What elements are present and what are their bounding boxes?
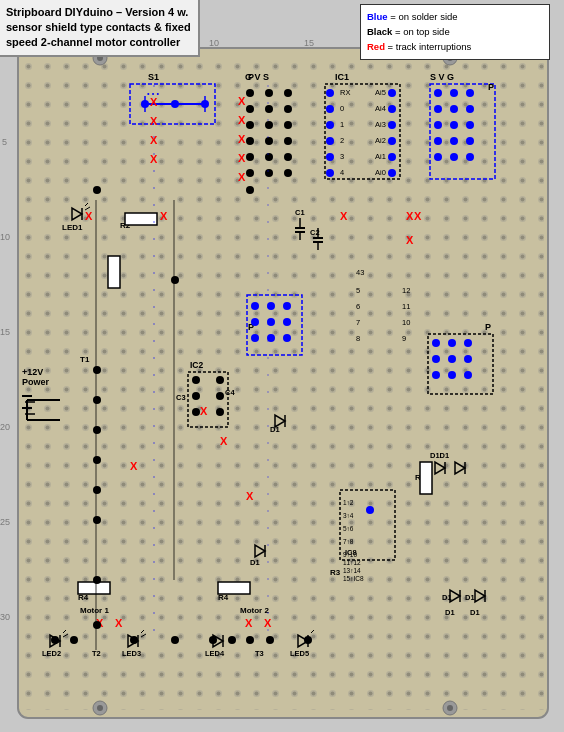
svg-point-224 xyxy=(283,302,291,310)
svg-point-235 xyxy=(93,426,101,434)
svg-text:LED4: LED4 xyxy=(205,649,225,658)
svg-text:X: X xyxy=(150,153,158,165)
svg-text:7: 7 xyxy=(356,318,360,327)
svg-text:Motor 2: Motor 2 xyxy=(240,606,269,615)
svg-point-226 xyxy=(267,318,275,326)
svg-point-222 xyxy=(251,302,259,310)
svg-point-247 xyxy=(130,636,138,644)
svg-text:11↑12: 11↑12 xyxy=(343,559,361,566)
svg-point-67 xyxy=(466,153,474,161)
svg-text:10: 10 xyxy=(209,38,219,48)
svg-text:1↑2: 1↑2 xyxy=(343,499,354,506)
legend-black-label: Black xyxy=(367,26,392,37)
svg-point-77 xyxy=(284,121,292,129)
svg-text:8: 8 xyxy=(356,334,360,343)
legend-black-desc: = on top side xyxy=(395,26,450,37)
svg-rect-106 xyxy=(108,256,120,288)
svg-text:X: X xyxy=(220,435,228,447)
svg-point-49 xyxy=(388,169,396,177)
svg-point-246 xyxy=(70,636,78,644)
svg-text:LED3: LED3 xyxy=(122,649,141,658)
svg-text:1: 1 xyxy=(340,120,344,129)
svg-point-35 xyxy=(326,153,334,161)
svg-point-31 xyxy=(326,121,334,129)
svg-text:30: 30 xyxy=(0,612,10,622)
svg-text:X: X xyxy=(238,152,246,164)
svg-text:R3: R3 xyxy=(330,568,341,577)
svg-point-76 xyxy=(265,121,273,129)
svg-point-82 xyxy=(265,153,273,161)
svg-point-45 xyxy=(388,137,396,145)
svg-text:P: P xyxy=(248,72,254,82)
svg-point-19 xyxy=(171,100,179,108)
svg-text:10: 10 xyxy=(402,318,410,327)
svg-point-55 xyxy=(466,89,474,97)
svg-text:15: 15 xyxy=(304,38,314,48)
svg-point-58 xyxy=(466,105,474,113)
svg-point-72 xyxy=(246,105,254,113)
svg-text:X: X xyxy=(340,210,348,222)
svg-point-57 xyxy=(450,105,458,113)
svg-point-240 xyxy=(93,621,101,629)
svg-point-232 xyxy=(93,186,101,194)
legend-red-desc: = track interruptions xyxy=(388,41,472,52)
stripboard-svg: 5 10 15 20 25 5 10 15 20 25 30 S1 • xyxy=(0,0,564,732)
svg-point-66 xyxy=(450,153,458,161)
svg-point-211 xyxy=(448,371,456,379)
svg-text:IC2: IC2 xyxy=(190,360,204,370)
svg-point-39 xyxy=(388,89,396,97)
svg-rect-104 xyxy=(125,213,157,225)
svg-text:5↑6: 5↑6 xyxy=(343,525,354,532)
svg-point-84 xyxy=(246,169,254,177)
svg-point-86 xyxy=(284,169,292,177)
svg-point-223 xyxy=(267,302,275,310)
main-container: Stripboard DIYduino – Version 4 w. senso… xyxy=(0,0,564,732)
svg-point-238 xyxy=(93,516,101,524)
svg-text:X: X xyxy=(406,210,414,222)
svg-text:25: 25 xyxy=(0,517,10,527)
svg-text:X: X xyxy=(150,115,158,127)
svg-point-230 xyxy=(283,334,291,342)
svg-text:D1D1: D1D1 xyxy=(430,451,449,460)
svg-text:X: X xyxy=(246,490,254,502)
svg-point-225 xyxy=(251,318,259,326)
svg-point-239 xyxy=(93,576,101,584)
svg-point-237 xyxy=(93,486,101,494)
svg-text:D1: D1 xyxy=(465,593,475,602)
svg-text:9: 9 xyxy=(402,334,406,343)
svg-point-229 xyxy=(267,334,275,342)
svg-point-33 xyxy=(326,137,334,145)
svg-text:Ai5: Ai5 xyxy=(375,88,386,97)
svg-point-85 xyxy=(265,169,273,177)
svg-point-241 xyxy=(171,276,179,284)
svg-text:10: 10 xyxy=(0,232,10,242)
svg-point-56 xyxy=(434,105,442,113)
svg-point-37 xyxy=(326,169,334,177)
svg-point-208 xyxy=(448,355,456,363)
svg-text:T2: T2 xyxy=(92,649,101,658)
svg-rect-136 xyxy=(218,582,250,594)
svg-text:D1: D1 xyxy=(470,608,480,617)
svg-point-250 xyxy=(266,636,274,644)
svg-point-79 xyxy=(265,137,273,145)
svg-text:15: 15 xyxy=(0,327,10,337)
svg-point-75 xyxy=(246,121,254,129)
svg-point-121 xyxy=(192,408,200,416)
svg-point-80 xyxy=(284,137,292,145)
svg-point-233 xyxy=(93,366,101,374)
svg-point-61 xyxy=(466,121,474,129)
svg-point-65 xyxy=(434,153,442,161)
legend-black: Black = on top side xyxy=(367,24,543,39)
svg-point-64 xyxy=(466,137,474,145)
svg-text:9↑10: 9↑10 xyxy=(343,551,357,558)
svg-point-210 xyxy=(432,371,440,379)
svg-point-227 xyxy=(283,318,291,326)
svg-text:20: 20 xyxy=(0,422,10,432)
svg-point-234 xyxy=(93,396,101,404)
svg-text:C4: C4 xyxy=(225,388,235,397)
svg-point-78 xyxy=(246,137,254,145)
legend-panel: Blue = on solder side Black = on top sid… xyxy=(360,4,550,60)
svg-text:X: X xyxy=(414,210,422,222)
svg-text:Ai1: Ai1 xyxy=(375,152,386,161)
svg-point-43 xyxy=(388,121,396,129)
